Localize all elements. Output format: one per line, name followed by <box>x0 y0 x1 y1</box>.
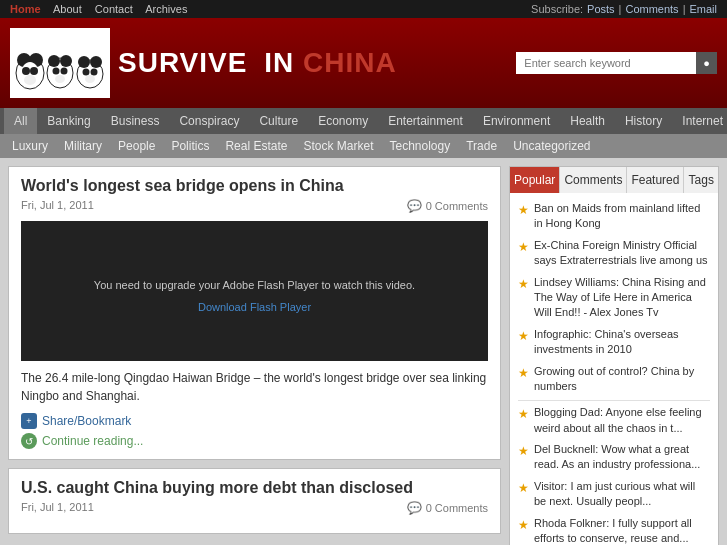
star-icon-c1: ★ <box>518 406 529 423</box>
nav-contact[interactable]: Contact <box>95 3 133 15</box>
nav-archives[interactable]: Archives <box>145 3 187 15</box>
nav-stock-market[interactable]: Stock Market <box>295 134 381 158</box>
search-button[interactable]: ● <box>696 52 717 74</box>
subscribe-email[interactable]: Email <box>689 3 717 15</box>
nav-internet[interactable]: Internet <box>672 108 727 134</box>
article-title-2: U.S. caught China buying more debt than … <box>21 479 488 497</box>
nav-military[interactable]: Military <box>56 134 110 158</box>
article-list: World's longest sea bridge opens in Chin… <box>8 166 501 545</box>
video-text-1: You need to upgrade your Adobe Flash Pla… <box>84 269 425 301</box>
nav-real-estate[interactable]: Real Estate <box>217 134 295 158</box>
article-date-2: Fri, Jul 1, 2011 <box>21 501 94 515</box>
nav-luxury[interactable]: Luxury <box>4 134 56 158</box>
nav-entertainment[interactable]: Entertainment <box>378 108 473 134</box>
subscribe-comments[interactable]: Comments <box>625 3 678 15</box>
nav-politics[interactable]: Politics <box>163 134 217 158</box>
tab-popular[interactable]: Popular <box>510 167 560 193</box>
popular-item-1: ★ Ban on Maids from mainland lifted in H… <box>518 201 710 232</box>
star-icon-c3: ★ <box>518 480 529 497</box>
svg-point-16 <box>90 56 102 68</box>
search-area: ● <box>516 52 717 74</box>
article-card-1: World's longest sea bridge opens in Chin… <box>8 166 501 460</box>
article-meta-2: Fri, Jul 1, 2011 💬 0 Comments <box>21 501 488 515</box>
tab-comments[interactable]: Comments <box>560 167 627 193</box>
topbar: Home About Contact Archives Subscribe: P… <box>0 0 727 18</box>
nav-culture[interactable]: Culture <box>249 108 308 134</box>
star-icon-5: ★ <box>518 365 529 382</box>
comment-icon-1: 💬 <box>407 199 422 213</box>
article-actions-1: + Share/Bookmark ↺ Continue reading... <box>21 413 488 449</box>
topbar-nav: Home About Contact Archives <box>10 3 197 15</box>
nav-business[interactable]: Business <box>101 108 170 134</box>
nav-trade[interactable]: Trade <box>458 134 505 158</box>
video-link-1[interactable]: Download Flash Player <box>198 301 311 313</box>
continue-button-1[interactable]: ↺ Continue reading... <box>21 433 488 449</box>
star-icon-c4: ★ <box>518 517 529 534</box>
subscribe-posts[interactable]: Posts <box>587 3 615 15</box>
svg-point-11 <box>53 68 60 75</box>
primary-nav: All Banking Business Conspiracy Culture … <box>0 108 727 134</box>
tab-featured[interactable]: Featured <box>627 167 684 193</box>
svg-point-10 <box>60 55 72 67</box>
nav-people[interactable]: People <box>110 134 163 158</box>
svg-point-13 <box>55 75 65 83</box>
header: SURVIVE IN CHINA ● <box>0 18 727 108</box>
nav-conspiracy[interactable]: Conspiracy <box>169 108 249 134</box>
article-excerpt-1: The 26.4 mile-long Qingdao Haiwan Bridge… <box>21 369 488 405</box>
title-china: CHINA <box>303 47 397 78</box>
sidebar-container: Popular Comments Featured Tags ★ Ban on … <box>509 166 719 545</box>
continue-icon: ↺ <box>21 433 37 449</box>
star-icon-3: ★ <box>518 276 529 293</box>
nav-uncategorized[interactable]: Uncategorized <box>505 134 598 158</box>
share-icon: + <box>21 413 37 429</box>
svg-point-19 <box>85 75 95 83</box>
secondary-nav: Luxury Military People Politics Real Est… <box>0 134 727 158</box>
svg-point-15 <box>78 56 90 68</box>
nav-health[interactable]: Health <box>560 108 615 134</box>
article-card-2: U.S. caught China buying more debt than … <box>8 468 501 534</box>
svg-point-18 <box>91 69 98 76</box>
svg-point-12 <box>61 68 68 75</box>
nav-economy[interactable]: Economy <box>308 108 378 134</box>
tab-tags[interactable]: Tags <box>684 167 718 193</box>
sidebar: Popular Comments Featured Tags ★ Ban on … <box>509 166 719 545</box>
svg-point-7 <box>24 75 36 85</box>
title-survive: SURVIVE <box>118 47 247 78</box>
comment-item-3: ★ Visitor: I am just curious what will b… <box>518 479 710 510</box>
main-content: World's longest sea bridge opens in Chin… <box>0 158 727 545</box>
article-meta-1: Fri, Jul 1, 2011 💬 0 Comments <box>21 199 488 213</box>
article-comments-2: 💬 0 Comments <box>407 501 488 515</box>
nav-technology[interactable]: Technology <box>382 134 459 158</box>
comment-item-1: ★ Blogging Dad: Anyone else feeling weir… <box>518 405 710 436</box>
title-in-text: IN <box>264 47 294 78</box>
popular-item-5: ★ Growing out of control? China by numbe… <box>518 364 710 395</box>
popular-item-4: ★ Infographic: China's overseas investme… <box>518 327 710 358</box>
share-button-1[interactable]: + Share/Bookmark <box>21 413 488 429</box>
star-icon-2: ★ <box>518 239 529 256</box>
article-comments-1: 💬 0 Comments <box>407 199 488 213</box>
popular-item-2: ★ Ex-China Foreign Ministry Official say… <box>518 238 710 269</box>
video-box-1: You need to upgrade your Adobe Flash Pla… <box>21 221 488 361</box>
subscribe-label: Subscribe: <box>531 3 583 15</box>
svg-point-17 <box>83 69 90 76</box>
site-title: SURVIVE IN CHINA <box>118 47 397 79</box>
comment-item-4: ★ Rhoda Folkner: I fully support all eff… <box>518 516 710 545</box>
article-date-1: Fri, Jul 1, 2011 <box>21 199 94 213</box>
star-icon-1: ★ <box>518 202 529 219</box>
comment-icon-2: 💬 <box>407 501 422 515</box>
svg-point-9 <box>48 55 60 67</box>
star-icon-4: ★ <box>518 328 529 345</box>
nav-environment[interactable]: Environment <box>473 108 560 134</box>
popular-section: ★ Ban on Maids from mainland lifted in H… <box>510 193 718 545</box>
nav-history[interactable]: History <box>615 108 672 134</box>
logo-image <box>10 28 110 98</box>
nav-all[interactable]: All <box>4 108 37 134</box>
nav-about[interactable]: About <box>53 3 82 15</box>
nav-home[interactable]: Home <box>10 3 41 15</box>
svg-point-5 <box>22 67 30 75</box>
nav-banking[interactable]: Banking <box>37 108 100 134</box>
sidebar-divider <box>518 400 710 401</box>
search-input[interactable] <box>516 52 696 74</box>
comment-item-2: ★ Del Bucknell: Wow what a great read. A… <box>518 442 710 473</box>
svg-point-6 <box>30 67 38 75</box>
